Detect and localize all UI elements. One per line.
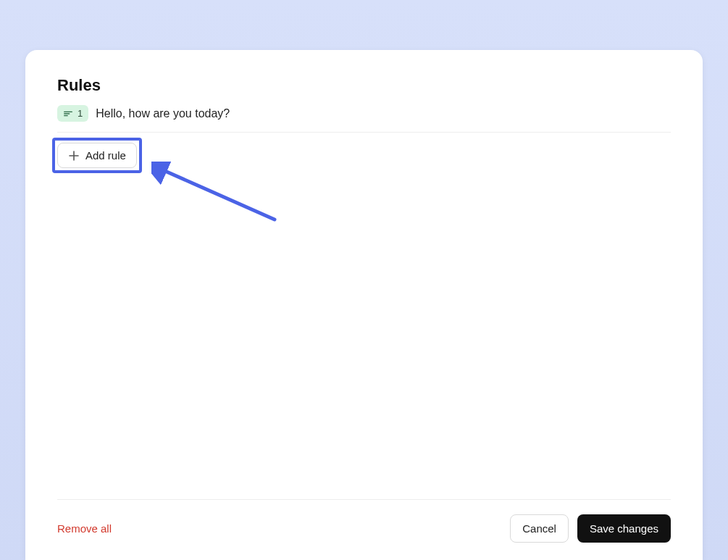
add-rule-button[interactable]: Add rule xyxy=(57,143,137,168)
plus-icon xyxy=(68,150,80,162)
add-rule-highlight: Add rule xyxy=(57,143,137,168)
page-title: Rules xyxy=(57,76,671,95)
footer: Remove all Cancel Save changes xyxy=(57,499,671,543)
save-button[interactable]: Save changes xyxy=(577,514,671,543)
rule-text: Hello, how are you today? xyxy=(96,107,230,120)
add-rule-label: Add rule xyxy=(85,149,126,162)
footer-actions: Cancel Save changes xyxy=(510,514,671,543)
rule-icon xyxy=(63,109,73,119)
remove-all-button[interactable]: Remove all xyxy=(57,522,112,535)
cancel-button[interactable]: Cancel xyxy=(510,514,569,543)
rule-badge: 1 xyxy=(57,105,88,122)
rules-card: Rules 1 Hello, how are you today? Add ru… xyxy=(25,50,703,560)
rule-index: 1 xyxy=(78,108,83,119)
spacer xyxy=(57,168,671,499)
rule-row[interactable]: 1 Hello, how are you today? xyxy=(57,105,671,133)
